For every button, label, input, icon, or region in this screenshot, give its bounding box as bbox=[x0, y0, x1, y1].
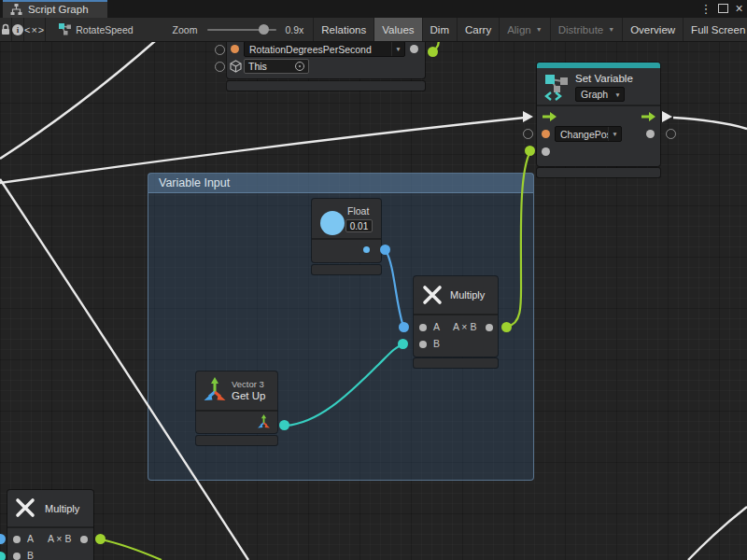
connection-endpoint[interactable] bbox=[501, 322, 512, 332]
object-picker-icon[interactable] bbox=[295, 62, 304, 71]
node-title: Multiply bbox=[45, 503, 79, 514]
flow-output-arrow-icon[interactable] bbox=[641, 111, 655, 122]
zoom-slider-handle[interactable] bbox=[259, 24, 269, 35]
close-icon[interactable]: × bbox=[732, 0, 746, 17]
code-view-button[interactable]: <×> bbox=[24, 18, 46, 41]
unconnected-port[interactable] bbox=[215, 45, 225, 55]
tab-title: Script Graph bbox=[28, 4, 89, 15]
connection-endpoint[interactable] bbox=[380, 245, 390, 255]
connection-endpoint[interactable] bbox=[525, 146, 535, 156]
chevron-down-icon: ▼ bbox=[391, 42, 404, 56]
toolbar-button-distribute[interactable]: Distribute▼ bbox=[550, 18, 623, 41]
node-multiply-center[interactable]: Multiply A A × B B bbox=[414, 276, 498, 357]
connection-endpoint[interactable] bbox=[279, 420, 289, 430]
node-multiply-center-footer bbox=[414, 358, 498, 368]
node-type-label: Vector 3 bbox=[232, 379, 264, 389]
variable-name-label: RotationDegreesPerSecond bbox=[245, 42, 391, 56]
chevron-down-icon: ▼ bbox=[536, 26, 543, 33]
port-label-b: B bbox=[27, 550, 34, 560]
connection-endpoint[interactable] bbox=[0, 534, 6, 544]
tab-script-graph[interactable]: Script Graph bbox=[3, 0, 107, 18]
wire-flow-offscreen-corner bbox=[688, 507, 747, 560]
node-get-up[interactable]: Vector 3 Get Up bbox=[196, 371, 277, 433]
node-set-variable-footer bbox=[537, 168, 660, 177]
graph-canvas[interactable]: Variable Input RotationDegreesPerSecond … bbox=[0, 0, 747, 560]
node-multiply-bottom[interactable]: Multiply A A × B B bbox=[7, 490, 93, 560]
zoom-control: Zoom 0.9x bbox=[165, 18, 312, 41]
float-value-field[interactable]: 0.01 bbox=[345, 219, 373, 232]
chevron-down-icon: ▼ bbox=[612, 88, 624, 101]
input-port-a[interactable] bbox=[13, 536, 21, 543]
maximize-icon[interactable] bbox=[715, 0, 730, 17]
flow-connection-arrow[interactable] bbox=[523, 111, 533, 122]
lock-button[interactable] bbox=[0, 18, 12, 41]
port-label-b: B bbox=[433, 338, 440, 349]
variable-name-dropdown[interactable]: ChangePos ▼ bbox=[555, 126, 622, 142]
vector3-icon bbox=[202, 376, 228, 402]
float-type-icon bbox=[320, 211, 345, 235]
connection-endpoint[interactable] bbox=[398, 339, 408, 349]
flow-input-arrow-icon[interactable] bbox=[543, 111, 557, 122]
output-port[interactable] bbox=[646, 130, 655, 138]
unconnected-port[interactable] bbox=[523, 129, 533, 139]
set-variable-icon bbox=[543, 73, 570, 101]
toolbar-button-values[interactable]: Values bbox=[374, 18, 421, 41]
node-divider bbox=[196, 410, 277, 412]
node-title: Float bbox=[347, 205, 369, 217]
kebab-menu-icon[interactable]: ⋮ bbox=[699, 0, 712, 17]
value-port-icon[interactable] bbox=[542, 130, 550, 138]
node-divider bbox=[7, 526, 93, 528]
graph-toolbar: i <×> RotateSpeed Zoom 0.9x Relations Va… bbox=[0, 18, 747, 42]
node-title: Get Up bbox=[232, 390, 265, 401]
node-divider bbox=[312, 238, 381, 240]
toolbar-button-relations[interactable]: Relations bbox=[313, 18, 374, 41]
value-port-icon[interactable] bbox=[231, 45, 239, 53]
variable-name-dropdown[interactable]: RotationDegreesPerSecond ▼ bbox=[244, 41, 405, 57]
group-title: Variable Input bbox=[148, 176, 230, 189]
target-object-field[interactable]: This bbox=[244, 59, 309, 74]
tab-accent-line bbox=[3, 0, 107, 2]
unconnected-port[interactable] bbox=[666, 129, 676, 139]
output-port[interactable] bbox=[80, 536, 88, 543]
info-button[interactable]: i bbox=[12, 18, 24, 41]
output-port[interactable] bbox=[486, 324, 493, 331]
node-get-up-footer bbox=[196, 436, 277, 445]
toolbar-button-align[interactable]: Align▼ bbox=[499, 18, 550, 41]
toolbar-button-carry[interactable]: Carry bbox=[457, 18, 499, 41]
connection-endpoint[interactable] bbox=[95, 534, 106, 544]
flow-connection-arrow[interactable] bbox=[662, 111, 672, 122]
connection-endpoint[interactable] bbox=[0, 552, 6, 560]
multiply-icon bbox=[15, 497, 35, 518]
unconnected-port[interactable] bbox=[215, 62, 225, 72]
gameobject-cube-icon bbox=[230, 60, 242, 73]
input-port-b[interactable] bbox=[13, 553, 21, 560]
multiply-icon bbox=[422, 285, 443, 305]
graph-breadcrumb[interactable]: RotateSpeed bbox=[51, 18, 140, 41]
variable-scope-label: Graph bbox=[576, 88, 612, 101]
output-port[interactable] bbox=[410, 45, 418, 53]
code-icon: <×> bbox=[24, 24, 45, 35]
node-accent-bar bbox=[537, 63, 660, 68]
port-label-a: A bbox=[433, 321, 440, 332]
node-float-literal[interactable]: Float 0.01 bbox=[312, 199, 381, 262]
chevron-down-icon: ▼ bbox=[608, 127, 621, 141]
node-set-variable[interactable]: Set Variable Graph ▼ ChangePos ▼ bbox=[537, 63, 660, 166]
port-label-out: A × B bbox=[453, 321, 476, 332]
node-divider bbox=[537, 105, 660, 106]
variable-scope-dropdown[interactable]: Graph ▼ bbox=[575, 87, 625, 102]
graph-name: RotateSpeed bbox=[76, 24, 133, 35]
output-port[interactable] bbox=[363, 246, 370, 253]
group-header[interactable]: Variable Input bbox=[148, 174, 533, 193]
input-port-a[interactable] bbox=[419, 324, 427, 331]
vector3-output-port-icon[interactable] bbox=[257, 414, 271, 428]
input-port-b[interactable] bbox=[419, 341, 427, 348]
toolbar-button-overview[interactable]: Overview bbox=[622, 18, 683, 41]
tab-bar: Script Graph ⋮ × bbox=[0, 0, 747, 19]
input-port[interactable] bbox=[542, 147, 550, 156]
zoom-slider-track[interactable] bbox=[207, 29, 276, 31]
connection-endpoint[interactable] bbox=[428, 47, 438, 57]
target-object-value: This bbox=[248, 61, 295, 72]
connection-endpoint[interactable] bbox=[399, 322, 409, 332]
toolbar-button-fullscreen[interactable]: Full Screen bbox=[683, 18, 747, 41]
toolbar-button-dim[interactable]: Dim bbox=[422, 18, 457, 41]
